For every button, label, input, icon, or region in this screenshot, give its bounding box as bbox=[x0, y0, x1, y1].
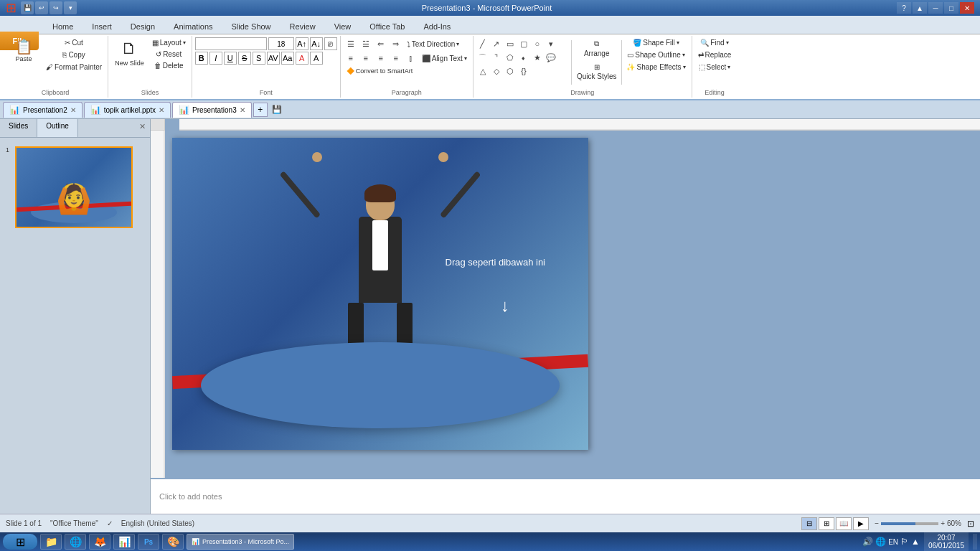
slide-canvas[interactable]: Drag seperti dibawah ini ↓ bbox=[172, 138, 588, 450]
new-slide-button[interactable]: 🗋 New Slide bbox=[111, 37, 148, 69]
shadow-button[interactable]: S bbox=[253, 52, 265, 65]
reading-view-btn[interactable]: 📖 bbox=[836, 517, 852, 530]
tab-home[interactable]: Home bbox=[43, 19, 83, 34]
help-btn[interactable]: ? bbox=[897, 2, 911, 14]
normal-view-btn[interactable]: ⊟ bbox=[801, 517, 817, 530]
line-shape-btn[interactable]: ╱ bbox=[476, 37, 489, 50]
taskbar-ppt-btn[interactable]: 📊 bbox=[113, 534, 135, 550]
select-button[interactable]: ⬚ Select ▾ bbox=[696, 62, 734, 72]
tab-view[interactable]: View bbox=[325, 19, 361, 34]
slides-panel-close[interactable]: ✕ bbox=[135, 119, 150, 137]
restore-btn[interactable]: □ bbox=[944, 2, 958, 14]
justify-btn[interactable]: ≡ bbox=[389, 52, 403, 65]
star-btn[interactable]: ★ bbox=[531, 51, 544, 64]
quick-styles-button[interactable]: ⊞ Quick Styles bbox=[573, 61, 621, 83]
slides-tab[interactable]: Slides bbox=[0, 119, 37, 137]
bold-button[interactable]: B bbox=[195, 52, 208, 65]
increase-font-btn[interactable]: A↑ bbox=[296, 37, 308, 50]
doc-tab-close-1[interactable]: ✕ bbox=[70, 106, 76, 114]
hexagon-btn[interactable]: ⬡ bbox=[504, 65, 517, 77]
font-name-input[interactable] bbox=[195, 37, 267, 50]
tab-review[interactable]: Review bbox=[281, 19, 325, 34]
callout-btn[interactable]: 💬 bbox=[545, 51, 557, 64]
find-button[interactable]: 🔍 Find ▾ bbox=[697, 37, 731, 48]
doc-tab-presentation2[interactable]: 📊 Presentation2 ✕ bbox=[3, 102, 83, 118]
strikethrough-button[interactable]: S bbox=[238, 52, 251, 65]
font-size-input[interactable] bbox=[268, 37, 294, 50]
slide-ellipse-shape[interactable] bbox=[201, 342, 560, 428]
format-painter-button[interactable]: 🖌 Format Painter bbox=[43, 62, 105, 72]
font-color-btn[interactable]: A bbox=[296, 52, 308, 65]
align-text-btn[interactable]: ⬛ Align Text ▾ bbox=[419, 52, 470, 65]
underline-button[interactable]: U bbox=[224, 52, 237, 65]
tray-icon-2[interactable]: 🌐 bbox=[875, 537, 886, 547]
doc-tab-close-3[interactable]: ✕ bbox=[240, 106, 245, 114]
decrease-indent-btn[interactable]: ⇐ bbox=[374, 37, 388, 50]
increase-indent-btn[interactable]: ⇒ bbox=[389, 37, 403, 50]
start-button[interactable]: ⊞ bbox=[3, 534, 37, 550]
rounded-rect-btn[interactable]: ▢ bbox=[517, 37, 530, 50]
center-btn[interactable]: ≡ bbox=[359, 52, 373, 65]
zoom-slider[interactable] bbox=[881, 522, 938, 525]
zoom-out-btn[interactable]: − bbox=[875, 519, 879, 527]
taskbar-firefox-btn[interactable]: 🦊 bbox=[89, 534, 110, 550]
tab-officetab[interactable]: Office Tab bbox=[360, 19, 414, 34]
taskbar-ps-btn[interactable]: Ps bbox=[138, 534, 159, 550]
brace-btn[interactable]: {} bbox=[517, 65, 530, 77]
taskbar-app-btn[interactable]: 🎨 bbox=[162, 534, 184, 550]
tab-insert[interactable]: Insert bbox=[83, 19, 121, 34]
diamond-btn[interactable]: ◇ bbox=[490, 65, 503, 77]
arrange-button[interactable]: ⧉ Arrange bbox=[575, 37, 618, 60]
replace-button[interactable]: ⇄ Replace bbox=[695, 50, 735, 60]
spacing-button[interactable]: AV bbox=[267, 52, 280, 65]
tray-icon-1[interactable]: 🔊 bbox=[862, 537, 873, 547]
doc-tab-close-2[interactable]: ✕ bbox=[159, 106, 164, 114]
notes-area[interactable]: Click to add notes bbox=[151, 478, 980, 514]
numbering-btn[interactable]: ☱ bbox=[359, 37, 373, 50]
arrow-shape-btn[interactable]: ↗ bbox=[490, 37, 503, 50]
connector-btn[interactable]: ⌝ bbox=[490, 51, 503, 64]
redo-quick-btn[interactable]: ↪ bbox=[50, 1, 62, 14]
lang-indicator[interactable]: EN bbox=[888, 538, 898, 546]
columns-btn[interactable]: ⫿ bbox=[404, 52, 418, 65]
triangle-btn[interactable]: △ bbox=[476, 65, 489, 77]
taskbar-clock[interactable]: 20:07 06/01/2015 bbox=[924, 532, 969, 551]
change-case-btn[interactable]: Aa bbox=[281, 52, 294, 65]
slide-1-thumbnail[interactable]: 🙆 bbox=[15, 146, 133, 228]
tab-slideshow[interactable]: Slide Show bbox=[222, 19, 281, 34]
tab-addins[interactable]: Add-Ins bbox=[414, 19, 460, 34]
oval-shape-btn[interactable]: ○ bbox=[531, 37, 544, 50]
show-desktop-btn[interactable] bbox=[973, 534, 977, 550]
new-tab-btn[interactable]: + bbox=[253, 103, 268, 117]
arrow-tray-icon[interactable]: ▲ bbox=[911, 537, 920, 547]
shape-fill-btn[interactable]: 🪣 Shape Fill ▾ bbox=[630, 37, 682, 48]
paste-button[interactable]: 📋 Paste bbox=[6, 37, 42, 65]
italic-button[interactable]: I bbox=[209, 52, 222, 65]
slide-sorter-btn[interactable]: ⊞ bbox=[819, 517, 834, 530]
cut-button[interactable]: ✂ Cut bbox=[62, 37, 86, 48]
taskbar-ppt-window[interactable]: 📊 Presentation3 - Microsoft Po... bbox=[187, 534, 294, 550]
minimize-btn[interactable]: ─ bbox=[928, 2, 943, 14]
rect-shape-btn[interactable]: ▭ bbox=[504, 37, 517, 50]
pentagon-btn[interactable]: ⬠ bbox=[504, 51, 517, 64]
zoom-in-btn[interactable]: + bbox=[941, 519, 945, 527]
close-btn[interactable]: ✕ bbox=[960, 2, 974, 14]
outline-tab[interactable]: Outline bbox=[37, 119, 78, 137]
copy-button[interactable]: ⎘ Copy bbox=[60, 50, 88, 60]
layout-button[interactable]: ▦ Layout ▾ bbox=[149, 37, 189, 48]
save-tab-btn[interactable]: 💾 bbox=[272, 105, 282, 114]
align-right-btn[interactable]: ≡ bbox=[374, 52, 388, 65]
ribbon-toggle-btn[interactable]: ▲ bbox=[913, 2, 927, 14]
reset-button[interactable]: ↺ Reset bbox=[153, 49, 184, 60]
tab-animations[interactable]: Animations bbox=[164, 19, 222, 34]
bullets-btn[interactable]: ☰ bbox=[344, 37, 358, 50]
shape-outline-btn[interactable]: ▭ Shape Outline ▾ bbox=[624, 50, 687, 60]
curve-btn[interactable]: ⌒ bbox=[476, 51, 489, 64]
highlight-btn[interactable]: A bbox=[310, 52, 323, 65]
align-left-btn[interactable]: ≡ bbox=[344, 52, 358, 65]
fit-window-btn[interactable]: ⊡ bbox=[967, 519, 974, 529]
slide-canvas-wrapper[interactable]: Drag seperti dibawah ini ↓ bbox=[165, 131, 980, 478]
decrease-font-btn[interactable]: A↓ bbox=[310, 37, 323, 50]
undo-quick-btn[interactable]: ↩ bbox=[35, 1, 48, 14]
chevron-shape-btn[interactable]: ⬧ bbox=[517, 51, 530, 64]
